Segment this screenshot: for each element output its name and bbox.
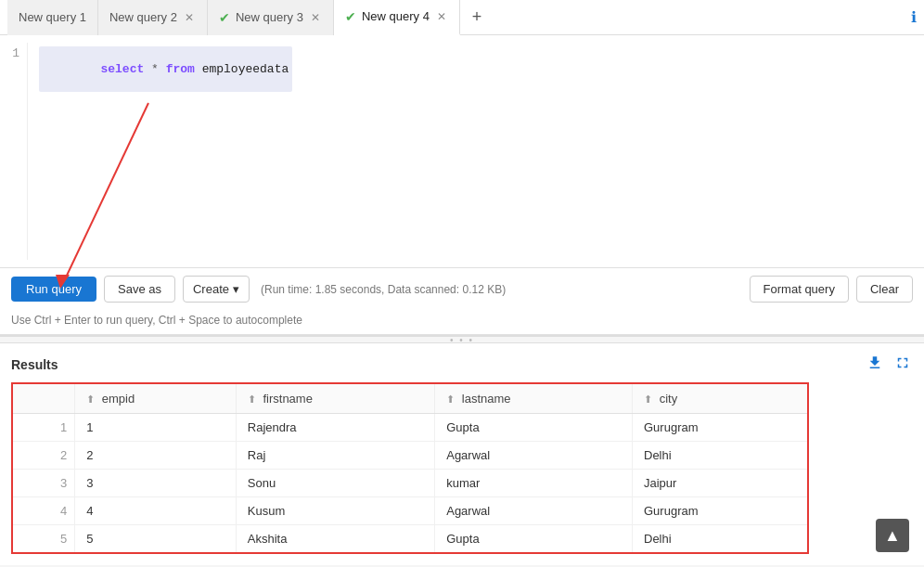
create-button[interactable]: Create ▾ bbox=[183, 276, 250, 303]
tab-new-query-1[interactable]: New query 1 bbox=[7, 0, 98, 35]
results-header: Results bbox=[0, 343, 924, 382]
cell-empid: 1 bbox=[75, 414, 237, 442]
cell-firstname: Sonu bbox=[236, 470, 434, 497]
col-header-lastname[interactable]: ⬆ lastname bbox=[435, 383, 633, 414]
run-info: (Run time: 1.85 seconds, Data scanned: 0… bbox=[261, 283, 506, 296]
code-area[interactable]: select * from employeedata bbox=[28, 43, 924, 260]
info-icon[interactable]: ℹ bbox=[911, 8, 917, 26]
code-line: select * from employeedata bbox=[39, 46, 292, 92]
tab-close-icon[interactable]: ✕ bbox=[435, 10, 448, 23]
cell-lastname: Agarwal bbox=[435, 442, 633, 470]
results-icons bbox=[865, 353, 913, 377]
col-header-city[interactable]: ⬆ city bbox=[633, 383, 809, 414]
cell-firstname: Kusum bbox=[236, 497, 434, 525]
row-number: 1 bbox=[12, 414, 75, 442]
sort-icon: ⬆ bbox=[86, 393, 95, 406]
expand-icon[interactable] bbox=[892, 353, 913, 377]
clear-button[interactable]: Clear bbox=[856, 276, 913, 303]
cell-city: Delhi bbox=[633, 442, 809, 470]
results-table-container: ⬆ empid ⬆ firstname ⬆ lastname ⬆ city bbox=[0, 382, 924, 565]
col-header-empid[interactable]: ⬆ empid bbox=[75, 383, 237, 414]
hint-bar: Use Ctrl + Enter to run query, Ctrl + Sp… bbox=[0, 310, 924, 335]
tab-label: New query 2 bbox=[109, 10, 177, 24]
col-header-firstname[interactable]: ⬆ firstname bbox=[236, 383, 434, 414]
cell-city: Gurugram bbox=[633, 414, 809, 442]
cell-empid: 3 bbox=[75, 470, 237, 497]
cell-firstname: Rajendra bbox=[236, 414, 434, 442]
results-table: ⬆ empid ⬆ firstname ⬆ lastname ⬆ city bbox=[11, 382, 809, 554]
row-number: 2 bbox=[12, 442, 75, 470]
sort-icon: ⬆ bbox=[446, 393, 455, 406]
cell-lastname: Gupta bbox=[435, 414, 633, 442]
table-row: 5 5 Akshita Gupta Delhi bbox=[12, 525, 808, 554]
editor-content: 1 select * from employeedata bbox=[0, 35, 924, 267]
cell-lastname: Agarwal bbox=[435, 497, 633, 525]
tab-new-query-3[interactable]: ✔ New query 3 ✕ bbox=[208, 0, 334, 35]
tab-close-icon[interactable]: ✕ bbox=[309, 11, 322, 24]
table-row: 2 2 Raj Agarwal Delhi bbox=[12, 442, 808, 470]
cell-city: Jaipur bbox=[633, 470, 809, 497]
cell-empid: 4 bbox=[75, 497, 237, 525]
table-body: 1 1 Rajendra Gupta Gurugram 2 2 Raj Agar… bbox=[12, 414, 808, 554]
tab-check-icon: ✔ bbox=[219, 10, 230, 25]
row-number: 3 bbox=[12, 470, 75, 497]
table-header: ⬆ empid ⬆ firstname ⬆ lastname ⬆ city bbox=[12, 383, 808, 414]
save-as-button[interactable]: Save as bbox=[104, 276, 175, 303]
resize-handle[interactable]: • • • bbox=[0, 336, 924, 343]
row-num-header bbox=[12, 383, 75, 414]
tab-new-query-2[interactable]: New query 2 ✕ bbox=[98, 0, 208, 35]
scroll-top-icon: ▲ bbox=[884, 526, 901, 546]
tab-bar: New query 1 New query 2 ✕ ✔ New query 3 … bbox=[0, 0, 924, 35]
cell-firstname: Akshita bbox=[236, 525, 434, 554]
table-row: 1 1 Rajendra Gupta Gurugram bbox=[12, 414, 808, 442]
tab-label: New query 3 bbox=[236, 10, 303, 24]
tab-label: New query 1 bbox=[19, 10, 86, 24]
cell-empid: 2 bbox=[75, 442, 237, 470]
cell-lastname: Gupta bbox=[435, 525, 633, 554]
cell-city: Delhi bbox=[633, 525, 809, 554]
cell-lastname: kumar bbox=[435, 470, 633, 497]
resize-dots: • • • bbox=[450, 335, 474, 345]
svg-line-0 bbox=[65, 103, 148, 279]
sort-icon: ⬆ bbox=[644, 393, 652, 406]
table-row: 4 4 Kusum Agarwal Gurugram bbox=[12, 497, 808, 525]
table-row: 3 3 Sonu kumar Jaipur bbox=[12, 470, 808, 497]
download-icon[interactable] bbox=[865, 353, 885, 377]
row-number: 5 bbox=[12, 525, 75, 554]
create-dropdown-icon: ▾ bbox=[233, 282, 239, 296]
tab-check-icon: ✔ bbox=[345, 9, 356, 24]
tab-close-icon[interactable]: ✕ bbox=[183, 11, 196, 24]
query-editor-area: 1 select * from employeedata Run query S… bbox=[0, 35, 924, 336]
results-section: Results ⬆ empid ⬆ firstn bbox=[0, 343, 924, 565]
cell-empid: 5 bbox=[75, 525, 237, 554]
hint-text: Use Ctrl + Enter to run query, Ctrl + Sp… bbox=[11, 314, 302, 327]
sort-icon: ⬆ bbox=[248, 393, 256, 406]
query-toolbar: Run query Save as Create ▾ (Run time: 1.… bbox=[0, 267, 924, 310]
run-query-button[interactable]: Run query bbox=[11, 277, 96, 302]
results-title: Results bbox=[11, 357, 58, 372]
format-query-button[interactable]: Format query bbox=[750, 276, 849, 303]
add-tab-button[interactable]: + bbox=[464, 5, 490, 31]
scroll-top-button[interactable]: ▲ bbox=[876, 519, 909, 552]
cell-firstname: Raj bbox=[236, 442, 434, 470]
row-number: 4 bbox=[12, 497, 75, 525]
tab-new-query-4[interactable]: ✔ New query 4 ✕ bbox=[334, 0, 460, 35]
tab-label: New query 4 bbox=[362, 9, 430, 23]
cell-city: Gurugram bbox=[633, 497, 809, 525]
create-label: Create bbox=[193, 282, 229, 296]
line-numbers: 1 bbox=[0, 43, 28, 260]
